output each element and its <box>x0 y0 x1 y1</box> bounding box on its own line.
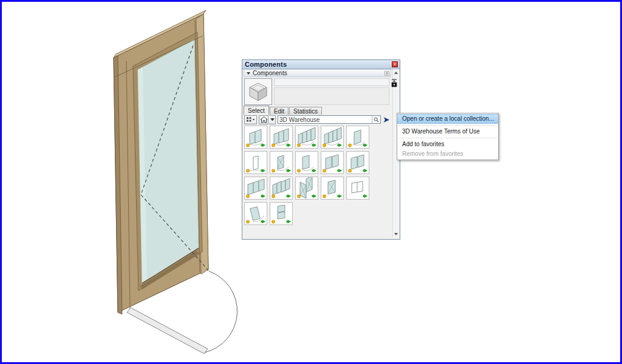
home-icon <box>261 116 267 123</box>
components-panel: Components x Components x <box>242 59 400 240</box>
collections-dropdown-button[interactable] <box>269 115 276 124</box>
author-badge-icon <box>297 195 300 198</box>
author-badge-icon <box>272 195 275 198</box>
panel-toolbar <box>244 115 391 124</box>
warehouse-badge-icon <box>312 169 317 172</box>
component-name-field[interactable] <box>274 78 389 86</box>
author-badge-icon <box>272 220 275 223</box>
author-badge-icon <box>246 144 249 147</box>
warehouse-badge-icon <box>261 143 266 147</box>
component-thumbnail-narrow-frame-white[interactable] <box>244 151 267 174</box>
menu-separator <box>398 125 497 126</box>
component-thumbnail-window-frame-white[interactable] <box>346 177 369 200</box>
component-thumbnail-single-door-open[interactable] <box>346 126 369 149</box>
component-thumbnail-double-sliding[interactable] <box>321 151 344 174</box>
view-options-grid-icon <box>247 117 255 123</box>
author-badge-icon <box>348 144 351 147</box>
menu-item[interactable]: Add to favorites <box>397 140 498 149</box>
search-input[interactable] <box>278 116 372 123</box>
sketchup-canvas: Components x Components x <box>0 0 622 364</box>
author-badge-icon <box>246 195 249 198</box>
author-badge-icon <box>246 220 249 223</box>
component-thumbnail-door-x-arc[interactable] <box>270 151 293 174</box>
components-expander-header[interactable]: Components x <box>244 69 391 77</box>
warehouse-badge-icon <box>261 194 266 198</box>
tab-statistics[interactable]: Statistics <box>289 107 322 115</box>
component-description-field[interactable] <box>274 87 389 105</box>
component-thumbnail-quad-sliding[interactable] <box>270 177 293 200</box>
component-thumbnail-double-door-flat[interactable] <box>346 151 369 174</box>
component-thumbnail-triple-sliding[interactable] <box>244 177 267 200</box>
component-preview[interactable] <box>244 78 272 105</box>
author-badge-icon <box>272 144 275 147</box>
author-badge-icon <box>272 169 275 172</box>
component-thumbnail-folding-4[interactable] <box>321 126 344 149</box>
secondary-pane-icon[interactable] <box>391 79 398 87</box>
author-badge-icon <box>246 169 249 172</box>
glass-door-model[interactable] <box>2 2 275 364</box>
close-icon[interactable]: x <box>392 61 398 67</box>
warehouse-badge-icon <box>338 169 343 172</box>
warehouse-badge-icon <box>363 169 368 172</box>
panel-title: Components <box>242 61 287 68</box>
door-glass-pane <box>138 39 199 283</box>
component-thumbnail-folding-3[interactable] <box>270 126 293 149</box>
warehouse-badge-icon <box>312 143 317 147</box>
scroll-down-arrow[interactable] <box>393 231 399 238</box>
search-field <box>278 115 381 124</box>
warehouse-badge-icon <box>363 194 368 198</box>
warehouse-badge-icon <box>363 143 368 147</box>
author-badge-icon <box>297 144 300 147</box>
tab-edit[interactable]: Edit <box>270 107 289 115</box>
component-thumbnail-two-pane-vertical[interactable] <box>270 202 293 225</box>
context-menu: Open or create a local collection...3D W… <box>397 113 499 160</box>
warehouse-badge-icon <box>312 194 317 198</box>
warehouse-badge-icon <box>287 169 292 172</box>
warehouse-badge-icon <box>338 194 343 198</box>
warehouse-badge-icon <box>261 220 266 223</box>
menu-item[interactable]: 3D Warehouse Terms of Use <box>397 127 498 136</box>
warehouse-badge-icon <box>338 143 343 147</box>
tab-select[interactable]: Select <box>244 106 269 115</box>
magnifier-icon <box>374 117 379 123</box>
expander-title: Components <box>253 70 287 76</box>
component-thumbnail-grid <box>244 126 371 225</box>
component-thumbnail-corner-unit-x[interactable] <box>295 177 318 200</box>
panel-tabs: SelectEditStatistics <box>244 106 323 115</box>
view-options-button[interactable] <box>244 115 257 124</box>
component-cube-icon <box>247 81 269 102</box>
warehouse-badge-icon <box>287 143 292 147</box>
author-badge-icon <box>348 169 351 172</box>
components-panel-titlebar[interactable]: Components x <box>242 60 400 69</box>
menu-item[interactable]: Open or create a local collection... <box>397 114 498 124</box>
warehouse-badge-icon <box>287 220 292 223</box>
author-badge-icon <box>323 144 326 147</box>
component-thumbnail-double-door-open[interactable] <box>244 126 267 149</box>
chevron-down-icon <box>270 118 275 121</box>
warehouse-badge-icon <box>261 169 266 172</box>
author-badge-icon <box>323 169 326 172</box>
component-thumbnail-single-pane-x[interactable] <box>321 177 344 200</box>
door-swing-arc <box>205 271 238 352</box>
expander-close-icon[interactable]: x <box>384 71 389 76</box>
search-button[interactable] <box>372 116 380 123</box>
component-thumbnail-folding-4-wide[interactable] <box>295 126 318 149</box>
warehouse-badge-icon <box>287 194 292 198</box>
details-arrow-icon <box>383 116 390 123</box>
menu-separator <box>398 138 497 138</box>
door-threshold <box>127 308 208 354</box>
menu-item: Remove from favorites <box>397 149 498 159</box>
author-badge-icon <box>297 169 300 172</box>
component-thumbnail-door-glass-arc[interactable] <box>295 151 318 174</box>
expander-collapse-icon <box>247 72 250 75</box>
home-button[interactable] <box>259 115 268 124</box>
author-badge-icon <box>323 195 326 198</box>
component-thumbnail-tilt-open-window[interactable] <box>244 202 267 225</box>
details-arrow-button[interactable] <box>382 115 391 124</box>
scroll-up-arrow[interactable] <box>393 69 399 76</box>
